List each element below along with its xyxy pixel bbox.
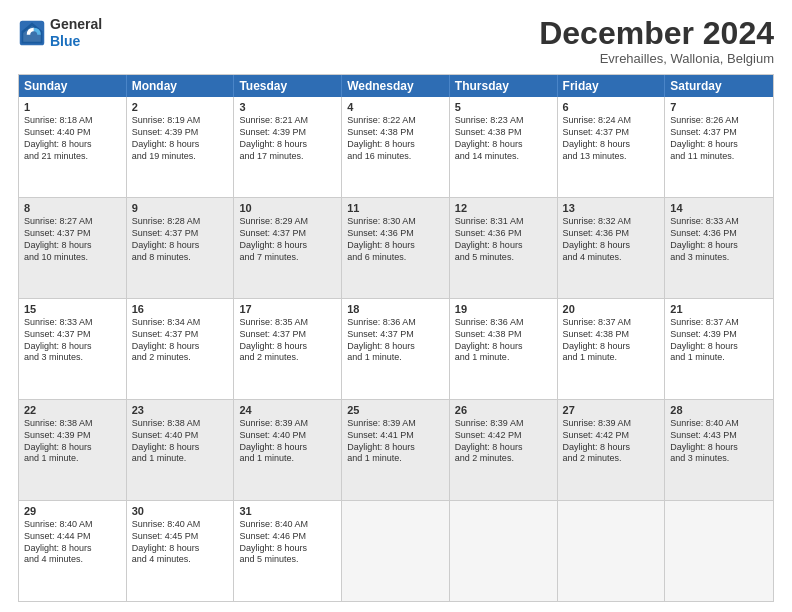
day-number: 8 bbox=[24, 201, 121, 215]
day-info-line: Sunset: 4:41 PM bbox=[347, 430, 444, 442]
day-number: 12 bbox=[455, 201, 552, 215]
header-cell-wednesday: Wednesday bbox=[342, 75, 450, 97]
header-cell-sunday: Sunday bbox=[19, 75, 127, 97]
day-info-line: and 17 minutes. bbox=[239, 151, 336, 163]
day-info-line: Daylight: 8 hours bbox=[670, 240, 768, 252]
day-info-line: Daylight: 8 hours bbox=[24, 341, 121, 353]
day-info-line: Sunrise: 8:37 AM bbox=[563, 317, 660, 329]
day-info-line: Sunrise: 8:33 AM bbox=[24, 317, 121, 329]
day-info-line: and 1 minute. bbox=[132, 453, 229, 465]
day-info-line: and 1 minute. bbox=[670, 352, 768, 364]
day-info-line: Sunset: 4:37 PM bbox=[563, 127, 660, 139]
day-number: 31 bbox=[239, 504, 336, 518]
day-info-line: Daylight: 8 hours bbox=[563, 341, 660, 353]
calendar-cell: 5Sunrise: 8:23 AMSunset: 4:38 PMDaylight… bbox=[450, 97, 558, 197]
day-info-line: Daylight: 8 hours bbox=[239, 543, 336, 555]
day-info-line: Daylight: 8 hours bbox=[132, 543, 229, 555]
calendar-cell: 2Sunrise: 8:19 AMSunset: 4:39 PMDaylight… bbox=[127, 97, 235, 197]
day-number: 1 bbox=[24, 100, 121, 114]
day-info-line: Sunset: 4:37 PM bbox=[670, 127, 768, 139]
day-info-line: Sunrise: 8:36 AM bbox=[347, 317, 444, 329]
calendar-cell: 12Sunrise: 8:31 AMSunset: 4:36 PMDayligh… bbox=[450, 198, 558, 298]
day-info-line: Daylight: 8 hours bbox=[132, 442, 229, 454]
day-info-line: Daylight: 8 hours bbox=[455, 341, 552, 353]
day-info-line: and 2 minutes. bbox=[455, 453, 552, 465]
day-info-line: Sunset: 4:37 PM bbox=[132, 329, 229, 341]
day-info-line: Daylight: 8 hours bbox=[24, 139, 121, 151]
day-info-line: and 8 minutes. bbox=[132, 252, 229, 264]
day-info-line: Sunrise: 8:22 AM bbox=[347, 115, 444, 127]
day-info-line: and 7 minutes. bbox=[239, 252, 336, 264]
day-info-line: Sunrise: 8:37 AM bbox=[670, 317, 768, 329]
day-info-line: and 5 minutes. bbox=[239, 554, 336, 566]
day-info-line: Sunset: 4:38 PM bbox=[347, 127, 444, 139]
day-number: 3 bbox=[239, 100, 336, 114]
day-info-line: Sunrise: 8:40 AM bbox=[670, 418, 768, 430]
day-info-line: Sunrise: 8:26 AM bbox=[670, 115, 768, 127]
day-info-line: Sunset: 4:37 PM bbox=[24, 329, 121, 341]
calendar-cell: 19Sunrise: 8:36 AMSunset: 4:38 PMDayligh… bbox=[450, 299, 558, 399]
day-info-line: Daylight: 8 hours bbox=[132, 341, 229, 353]
day-info-line: Sunrise: 8:35 AM bbox=[239, 317, 336, 329]
day-info-line: Sunset: 4:42 PM bbox=[563, 430, 660, 442]
day-info-line: Sunset: 4:37 PM bbox=[347, 329, 444, 341]
day-info-line: Sunset: 4:37 PM bbox=[132, 228, 229, 240]
day-info-line: and 2 minutes. bbox=[132, 352, 229, 364]
day-info-line: Sunset: 4:39 PM bbox=[239, 127, 336, 139]
day-number: 26 bbox=[455, 403, 552, 417]
calendar-cell: 26Sunrise: 8:39 AMSunset: 4:42 PMDayligh… bbox=[450, 400, 558, 500]
day-number: 2 bbox=[132, 100, 229, 114]
calendar-cell: 9Sunrise: 8:28 AMSunset: 4:37 PMDaylight… bbox=[127, 198, 235, 298]
calendar-cell: 10Sunrise: 8:29 AMSunset: 4:37 PMDayligh… bbox=[234, 198, 342, 298]
day-number: 22 bbox=[24, 403, 121, 417]
day-info-line: Sunset: 4:40 PM bbox=[24, 127, 121, 139]
day-info-line: Sunrise: 8:39 AM bbox=[347, 418, 444, 430]
day-info-line: and 3 minutes. bbox=[670, 252, 768, 264]
day-info-line: Sunrise: 8:36 AM bbox=[455, 317, 552, 329]
day-info-line: Sunrise: 8:40 AM bbox=[132, 519, 229, 531]
day-info-line: and 4 minutes. bbox=[24, 554, 121, 566]
day-number: 11 bbox=[347, 201, 444, 215]
day-number: 17 bbox=[239, 302, 336, 316]
calendar-cell: 4Sunrise: 8:22 AMSunset: 4:38 PMDaylight… bbox=[342, 97, 450, 197]
day-info-line: Sunrise: 8:34 AM bbox=[132, 317, 229, 329]
day-info-line: and 6 minutes. bbox=[347, 252, 444, 264]
month-title: December 2024 bbox=[539, 16, 774, 51]
calendar-cell: 16Sunrise: 8:34 AMSunset: 4:37 PMDayligh… bbox=[127, 299, 235, 399]
day-info-line: Daylight: 8 hours bbox=[670, 341, 768, 353]
calendar-body: 1Sunrise: 8:18 AMSunset: 4:40 PMDaylight… bbox=[19, 97, 773, 601]
day-info-line: Sunrise: 8:38 AM bbox=[24, 418, 121, 430]
day-info-line: Sunrise: 8:21 AM bbox=[239, 115, 336, 127]
day-number: 16 bbox=[132, 302, 229, 316]
header: General Blue December 2024 Evrehailles, … bbox=[18, 16, 774, 66]
day-info-line: Sunset: 4:45 PM bbox=[132, 531, 229, 543]
header-cell-thursday: Thursday bbox=[450, 75, 558, 97]
calendar-cell: 25Sunrise: 8:39 AMSunset: 4:41 PMDayligh… bbox=[342, 400, 450, 500]
calendar-cell: 15Sunrise: 8:33 AMSunset: 4:37 PMDayligh… bbox=[19, 299, 127, 399]
day-info-line: Sunrise: 8:19 AM bbox=[132, 115, 229, 127]
day-info-line: Daylight: 8 hours bbox=[239, 341, 336, 353]
day-number: 14 bbox=[670, 201, 768, 215]
calendar-cell: 23Sunrise: 8:38 AMSunset: 4:40 PMDayligh… bbox=[127, 400, 235, 500]
header-cell-tuesday: Tuesday bbox=[234, 75, 342, 97]
day-info-line: Daylight: 8 hours bbox=[455, 139, 552, 151]
day-number: 18 bbox=[347, 302, 444, 316]
calendar-cell: 30Sunrise: 8:40 AMSunset: 4:45 PMDayligh… bbox=[127, 501, 235, 601]
day-info-line: Sunset: 4:39 PM bbox=[670, 329, 768, 341]
calendar-row: 1Sunrise: 8:18 AMSunset: 4:40 PMDaylight… bbox=[19, 97, 773, 198]
day-info-line: Daylight: 8 hours bbox=[132, 139, 229, 151]
day-info-line: Sunset: 4:37 PM bbox=[24, 228, 121, 240]
day-number: 10 bbox=[239, 201, 336, 215]
day-number: 20 bbox=[563, 302, 660, 316]
calendar-cell: 24Sunrise: 8:39 AMSunset: 4:40 PMDayligh… bbox=[234, 400, 342, 500]
subtitle: Evrehailles, Wallonia, Belgium bbox=[539, 51, 774, 66]
day-info-line: and 4 minutes. bbox=[563, 252, 660, 264]
day-info-line: and 1 minute. bbox=[24, 453, 121, 465]
day-info-line: Daylight: 8 hours bbox=[670, 139, 768, 151]
day-number: 7 bbox=[670, 100, 768, 114]
calendar-cell bbox=[558, 501, 666, 601]
day-info-line: Sunset: 4:36 PM bbox=[455, 228, 552, 240]
day-info-line: Sunrise: 8:39 AM bbox=[563, 418, 660, 430]
day-info-line: Sunset: 4:39 PM bbox=[132, 127, 229, 139]
day-info-line: Daylight: 8 hours bbox=[239, 139, 336, 151]
